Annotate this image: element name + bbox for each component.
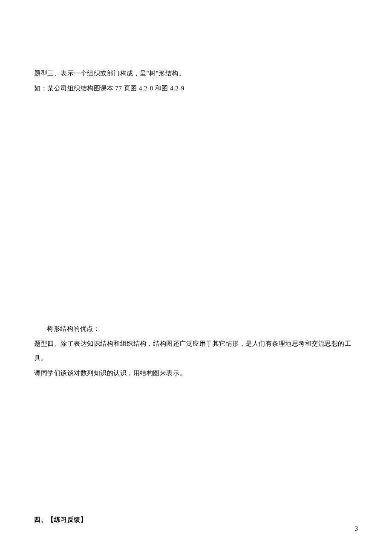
document-content: 题型三、表示一个组织或部门构成，呈"树"形结构。 如：某公司组织结构图课本 77… — [0, 0, 392, 527]
body-text-line-1: 题型三、表示一个组织或部门构成，呈"树"形结构。 — [34, 66, 358, 81]
blank-space — [34, 380, 358, 512]
body-text-line-5: 请同学们谈谈对数列知识的认识，用结构图来表示。 — [34, 366, 358, 381]
page-number: 3 — [355, 522, 358, 536]
section-heading: 四、【练习反馈】 — [34, 512, 358, 527]
body-text-line-3: 树形结构的优点： — [34, 321, 358, 336]
body-text-line-4: 题型四、除了表达知识结构和组织结构，结构图还广泛应用于其它情形，是人们有条理地思… — [34, 336, 358, 366]
blank-space — [34, 95, 358, 321]
body-text-line-2: 如：某公司组织结构图课本 77 页图 4.2-8 和图 4.2-9 — [34, 81, 358, 96]
